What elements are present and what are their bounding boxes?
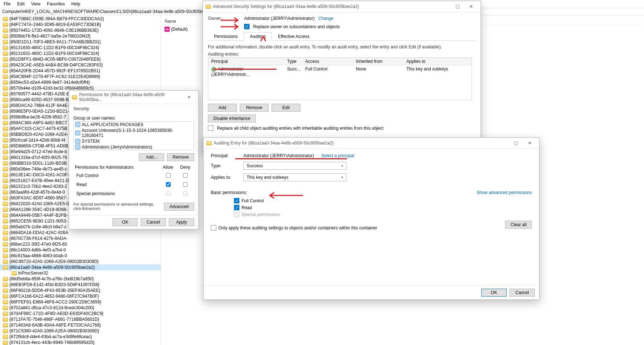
clear-all-button[interactable]: Clear all — [505, 221, 532, 229]
close-icon[interactable]: ✕ — [523, 139, 536, 147]
change-owner-link[interactable]: Change — [318, 16, 333, 21]
group-name: SYSTEM — [82, 139, 99, 144]
tree-item-label: {870AF99C-171D-4F9D-AE0D-E63DF40C2BC9} — [9, 311, 103, 316]
tree-item[interactable]: {86c815aa-4888-4063-b0ab-0 — [0, 253, 161, 259]
select-principal-link[interactable]: Select a principal — [321, 153, 354, 158]
col-inherited[interactable]: Inherited from — [353, 58, 404, 65]
owner-value: Administrator (JERRY\Administrator) — [244, 16, 315, 21]
tree-item-label: {863aa9fd-42df-457b-8e4d-0 — [9, 190, 65, 195]
read-checkbox[interactable]: ✓ — [234, 205, 239, 210]
tree-item[interactable]: InProcServer32 — [0, 270, 161, 276]
replace-all-checkbox[interactable] — [208, 125, 213, 131]
tree-item[interactable]: {854CB94F-2279-4F7F-AC62-31E22E4D8899} — [0, 74, 161, 79]
tree-item[interactable]: {871C5380-42A0-1069-A2EA-08002B30309D} — [0, 328, 161, 334]
group-row[interactable]: SYSTEM — [74, 138, 194, 144]
full-control-checkbox[interactable]: ✓ — [234, 198, 239, 203]
tree-item-label: {85AFC315-CAC7-4475-875B — [9, 126, 67, 131]
tree-item[interactable]: {85131630-480C-11D2-B1F9-00C04F86C324} — [0, 45, 161, 51]
tree-item[interactable]: {854A20FB-2D44-457D-992F-EF13785D2B51} — [0, 68, 161, 74]
close-icon[interactable]: ✕ — [183, 93, 196, 101]
tree-item[interactable]: {85423CAE-A5E8-4AB4-BC89-D4FC6C283F63} — [0, 62, 161, 68]
tree-item[interactable]: {872f8dc8-dde4-43bd-ac7a-e3d9fe86ceac} — [0, 334, 161, 340]
tree-item[interactable]: {8711FA7E-7548-486F-A691-7716BBA5601D} — [0, 316, 161, 322]
tree-item-label: {864A9449-05B7-4A4F-B2FB- — [9, 213, 68, 218]
col-access[interactable]: Access — [302, 58, 353, 65]
tree-item[interactable]: {86bec222-30f2-47e0-9f25-60 — [0, 241, 161, 247]
menu-help[interactable]: Help — [71, 1, 80, 7]
advanced-button[interactable]: Advanced — [164, 203, 194, 211]
tree-item-label: {86d5eb8a-859f-4c7b-a76b-2bd819b7a850} — [9, 276, 94, 281]
tree-item[interactable]: {86C86720-42A0-1069-A2E8-08002B30309D} — [0, 259, 161, 264]
tree-item[interactable]: {851D6FF1-894D-4C05-9BF0-C0072046FEE6} — [0, 56, 161, 62]
allow-full-control[interactable] — [166, 173, 171, 178]
dialog-title: Permissions for {86ca1aa0-34aa-4e8b-a509… — [79, 92, 183, 102]
ok-button[interactable]: OK — [481, 289, 507, 297]
only-apply-checkbox[interactable] — [211, 225, 216, 230]
group-row[interactable]: Users (Jerry\Users) — [74, 150, 194, 150]
tree-item[interactable]: {86d5eb8a-859f-4c7b-a76b-2bd819b7a850} — [0, 276, 161, 282]
tab-effective-access[interactable]: Effective Access — [272, 32, 316, 41]
folder-icon — [3, 17, 8, 21]
edit-button[interactable]: Edit — [272, 104, 300, 112]
deny-read[interactable] — [183, 182, 188, 187]
cancel-button[interactable]: Cancel — [509, 289, 535, 297]
folder-icon — [3, 225, 8, 229]
replace-owner-checkbox[interactable]: ✓ — [244, 24, 250, 29]
cancel-button[interactable]: Cancel — [141, 218, 166, 226]
tree-item[interactable]: {85131631-480C-11D2-B1F9-00C04F86C324} — [0, 51, 161, 56]
add-button[interactable]: Add — [208, 104, 237, 112]
deny-full-control[interactable] — [183, 173, 188, 178]
tab-security[interactable]: Security — [69, 104, 199, 113]
menu-view[interactable]: View — [31, 1, 40, 7]
tree-item[interactable]: {84F70B6C-D59E-394A-B879-FFCC30DDCAA2} — [0, 16, 161, 22]
type-select[interactable]: Success ▾ — [243, 162, 346, 170]
group-row[interactable]: ALL APPLICATION PACKAGES — [74, 122, 194, 128]
apply-button[interactable]: Apply — [169, 218, 194, 226]
tree-item[interactable]: {86ca1aa0-34aa-4e8b-a509-50c905bae2a2} — [0, 264, 161, 270]
tree-item[interactable]: {86FFEF81-E868-46F8-ACC2-290C2D8C3659} — [0, 299, 161, 305]
tree-item[interactable]: {86c14003-4d6b-4ef3-a7b4-0 — [0, 247, 161, 253]
tree-item[interactable]: {8670C736-F614-427b-8ADA- — [0, 236, 161, 241]
maximize-icon[interactable]: ▢ — [509, 139, 523, 147]
tab-permissions[interactable]: Permissions — [208, 32, 244, 41]
menu-favorites[interactable]: Favorites — [47, 1, 65, 7]
show-advanced-permissions-link[interactable]: Show advanced permissions — [477, 190, 532, 195]
remove-button[interactable]: Remove — [167, 153, 194, 161]
col-applies[interactable]: Applies to — [404, 58, 472, 65]
group-list[interactable]: ALL APPLICATION PACKAGESAccount Unknown(… — [73, 121, 194, 150]
allow-read[interactable] — [166, 182, 171, 187]
group-row[interactable]: Administrators (Jerry\Administrators) — [74, 144, 194, 150]
ok-button[interactable]: OK — [112, 218, 138, 226]
group-row[interactable]: Account Unknown(S-1-15-3-1024-1065365936… — [74, 128, 194, 138]
maximize-icon[interactable]: ▢ — [451, 3, 464, 10]
permissions-dialog: Permissions for {86ca1aa0-34aa-4e8b-a509… — [69, 90, 199, 229]
menu-file[interactable]: File — [4, 1, 10, 7]
tree-item[interactable]: {85074451-173D-4091-8648-C0E196BB363E} — [0, 27, 161, 33]
applies-to-value: This key and subkeys — [247, 175, 288, 180]
audit-entry-row[interactable]: Administrator (JERRY\Administr... Succ..… — [208, 65, 472, 78]
tree-item[interactable]: {870AF99C-171D-4F9D-AE0D-E63DF40C2BC9} — [0, 311, 161, 316]
applies-to-select[interactable]: This key and subkeys ▾ — [243, 173, 346, 181]
col-principal[interactable]: Principal — [208, 58, 284, 65]
advanced-security-dialog: Advanced Security Settings for {86ca1aa0… — [202, 1, 481, 152]
tree-item[interactable]: {84FC747A-1940-3D85-8819-EA53FC73DB1B} — [0, 22, 161, 27]
tree-item[interactable]: {86F80216-5DD6-4F43-953B-35EF40A35AEE} — [0, 288, 161, 293]
folder-icon — [3, 23, 8, 27]
menu-edit[interactable]: Edit — [17, 1, 25, 7]
tree-item[interactable]: {86EB3FD8-E142-4f3d-B3D3-5D8F41097D58} — [0, 282, 161, 288]
remove-button[interactable]: Remove — [240, 104, 269, 112]
tree-item[interactable]: {8702a841-d5ca-47c3-812d-9cedc304c200} — [0, 305, 161, 311]
add-button[interactable]: Add... — [139, 153, 164, 161]
tree-item[interactable]: {874131cb-4ecc-443b-8948-746b89595d20} — [0, 340, 161, 345]
tree-item[interactable]: {8664DA16-DDA2-42AC-926A — [0, 230, 161, 236]
folder-icon — [3, 335, 8, 339]
tree-item[interactable]: {871463A8-6A0B-40A4-A6FE-FE733CAA1768} — [0, 322, 161, 328]
tree-item[interactable]: {855fec53-d2e4-4999-9e87-3414e9cf0ff4} — [0, 79, 161, 85]
tree-item[interactable]: {86FCA1b6-0A22-4652-9480-08F27C947B0F} — [0, 293, 161, 299]
tree-item[interactable]: {850D1D11-70F3-4BE5-9A11-77AA6B2BB201} — [0, 39, 161, 45]
tree-item[interactable]: {8509bb76-ffa3-4827-ba5e-2e786010f42f} — [0, 33, 161, 39]
disable-inheritance-button[interactable]: Disable inheritance — [208, 115, 256, 122]
close-icon[interactable]: ✕ — [465, 3, 478, 10]
tab-auditing[interactable]: Auditing — [244, 32, 272, 41]
col-type[interactable]: Type — [284, 58, 302, 65]
